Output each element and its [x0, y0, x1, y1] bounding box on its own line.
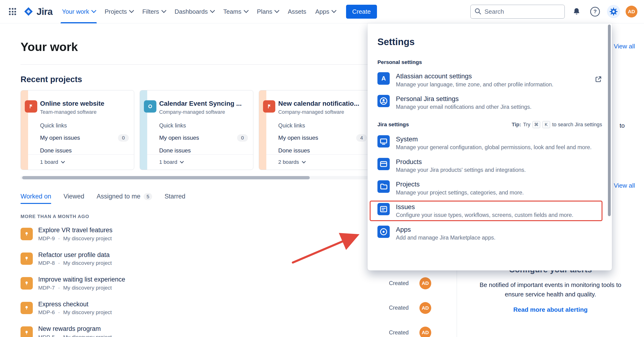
menu-item-issues[interactable]: Issues Configure your issue types, workf… — [378, 203, 602, 218]
done-issues-link[interactable]: Done issues — [278, 147, 367, 154]
assignee-avatar[interactable]: AD — [420, 277, 431, 289]
view-all-link-mid[interactable]: View all — [614, 182, 635, 189]
work-item-title[interactable]: Express checkout — [38, 300, 112, 308]
work-item-row[interactable]: Express checkout MDP-6 · My discovery pr… — [20, 296, 448, 320]
work-item-row[interactable]: New rewards program MDP-5 · My discovery… — [20, 320, 448, 337]
create-button[interactable]: Create — [346, 5, 377, 19]
project-avatar-icon — [25, 100, 37, 113]
menu-item-title: Products — [396, 158, 526, 166]
menu-item-description: Add and manage Jira Marketplace apps. — [396, 235, 496, 241]
my-open-issues-link[interactable]: My open issues 0 — [159, 134, 248, 142]
project-avatar-icon — [263, 100, 275, 113]
board-selector[interactable]: 1 board — [28, 154, 134, 170]
menu-item-title: Issues — [396, 203, 573, 211]
read-more-alerting-link[interactable]: Read more about alerting — [513, 306, 588, 313]
work-item-row[interactable]: Improve waiting list experience MDP-7 · … — [20, 271, 448, 295]
project-name[interactable]: New calendar notificatio... — [278, 100, 367, 107]
quick-links-label: Quick links — [278, 123, 367, 129]
menu-item-description: Manage your email notifications and othe… — [396, 104, 532, 110]
help-button[interactable]: ? — [588, 5, 602, 18]
work-item-meta: MDP-7 · My discovery project — [38, 285, 125, 291]
chevron-down-icon — [302, 160, 306, 164]
jira-logo-icon — [23, 6, 34, 17]
search-settings-tip: Tip: Try ⌘ K to search Jira settings — [512, 121, 602, 128]
idea-icon — [20, 228, 33, 240]
tab-assigned-to-me[interactable]: Assigned to me 5 — [96, 193, 152, 204]
work-item-title[interactable]: Explore VR travel features — [38, 226, 112, 234]
atlassian-icon: A — [378, 72, 390, 85]
menu-item-title: Apps — [396, 226, 496, 233]
project-card-online-store[interactable]: Online store website Team-managed softwa… — [20, 90, 134, 170]
search-input[interactable] — [470, 5, 565, 19]
project-card-calendar-sync[interactable]: Calendar Event Syncing ... Company-manag… — [140, 90, 253, 170]
scrollbar-thumb[interactable] — [22, 176, 310, 179]
menu-item-atlassian-account-settings[interactable]: A Atlassian account settings Manage your… — [378, 72, 602, 88]
dropdown-scrollbar[interactable] — [608, 25, 611, 216]
nav-label: Assets — [288, 8, 306, 15]
issue-key: MDP-7 — [38, 285, 55, 291]
work-item-status-group: Created AD — [389, 277, 431, 289]
project-type: Company-managed software — [278, 109, 367, 115]
jira-logo[interactable]: Jira — [23, 6, 52, 17]
tab-worked-on[interactable]: Worked on — [20, 193, 51, 204]
board-selector[interactable]: 2 boards — [266, 154, 372, 170]
issue-key: MDP-9 — [38, 235, 55, 242]
menu-item-products[interactable]: Products Manage your Jira products' sett… — [378, 158, 602, 173]
open-issues-label: My open issues — [278, 135, 318, 141]
my-open-issues-link[interactable]: My open issues 0 — [40, 134, 129, 142]
tip-prefix: Tip: — [512, 122, 521, 128]
nav-filters[interactable]: Filters — [138, 0, 170, 23]
chevron-down-icon — [244, 8, 248, 13]
menu-item-personal-jira-settings[interactable]: Personal Jira settings Manage your email… — [378, 95, 602, 110]
board-count-label: 1 board — [40, 159, 58, 165]
primary-navigation: Your work Projects Filters Dashboards Te… — [57, 0, 340, 23]
cmd-key-icon: ⌘ — [532, 121, 540, 128]
quick-links-label: Quick links — [159, 123, 248, 129]
project-name[interactable]: Calendar Event Syncing ... — [159, 100, 248, 107]
board-selector[interactable]: 1 board — [147, 154, 253, 170]
work-item-text: Express checkout MDP-6 · My discovery pr… — [38, 300, 112, 315]
settings-button[interactable] — [607, 5, 620, 18]
menu-item-projects[interactable]: Projects Manage your project settings, c… — [378, 180, 602, 196]
tab-label: Worked on — [20, 193, 51, 200]
nav-plans[interactable]: Plans — [252, 0, 283, 23]
app-switcher-button[interactable] — [6, 6, 18, 18]
project-name-label: My discovery project — [63, 334, 112, 337]
nav-dashboards[interactable]: Dashboards — [170, 0, 219, 23]
project-avatar-icon — [144, 100, 156, 113]
bell-icon — [572, 7, 581, 16]
done-issues-link[interactable]: Done issues — [159, 147, 248, 154]
work-item-title[interactable]: Improve waiting list experience — [38, 276, 125, 283]
assigned-count-badge: 5 — [144, 193, 152, 200]
menu-item-text: Projects Manage your project settings, c… — [396, 180, 524, 196]
open-issues-count: 4 — [356, 134, 367, 142]
nav-your-work[interactable]: Your work — [57, 0, 100, 23]
project-card-new-calendar[interactable]: New calendar notificatio... Company-mana… — [259, 90, 372, 170]
menu-item-system[interactable]: System Manage your general configuration… — [378, 135, 602, 151]
meta-separator: · — [58, 334, 60, 337]
work-item-status-group: Created AD — [389, 326, 431, 337]
open-issues-count: 0 — [237, 134, 248, 142]
view-all-link-top[interactable]: View all — [614, 43, 635, 50]
work-item-title[interactable]: Refactor user profile data — [38, 251, 112, 259]
notifications-button[interactable] — [570, 5, 583, 18]
nav-apps[interactable]: Apps — [311, 0, 340, 23]
tip-try: Try — [523, 122, 530, 128]
tab-viewed[interactable]: Viewed — [64, 193, 84, 204]
project-name[interactable]: Online store website — [40, 100, 129, 107]
board-count-label: 2 boards — [278, 159, 299, 165]
done-issues-link[interactable]: Done issues — [40, 147, 129, 154]
work-item-title[interactable]: New rewards program — [38, 325, 112, 333]
my-open-issues-link[interactable]: My open issues 4 — [278, 134, 367, 142]
menu-item-apps[interactable]: Apps Add and manage Jira Marketplace app… — [378, 226, 602, 241]
user-avatar[interactable]: AD — [626, 6, 638, 18]
done-issues-label: Done issues — [40, 147, 72, 154]
nav-projects[interactable]: Projects — [100, 0, 138, 23]
tab-starred[interactable]: Starred — [164, 193, 185, 204]
assignee-avatar[interactable]: AD — [420, 302, 431, 314]
project-type: Team-managed software — [40, 109, 129, 115]
assignee-avatar[interactable]: AD — [420, 326, 431, 337]
nav-assets[interactable]: Assets — [283, 0, 311, 23]
nav-teams[interactable]: Teams — [219, 0, 252, 23]
menu-item-title: Projects — [396, 180, 524, 188]
